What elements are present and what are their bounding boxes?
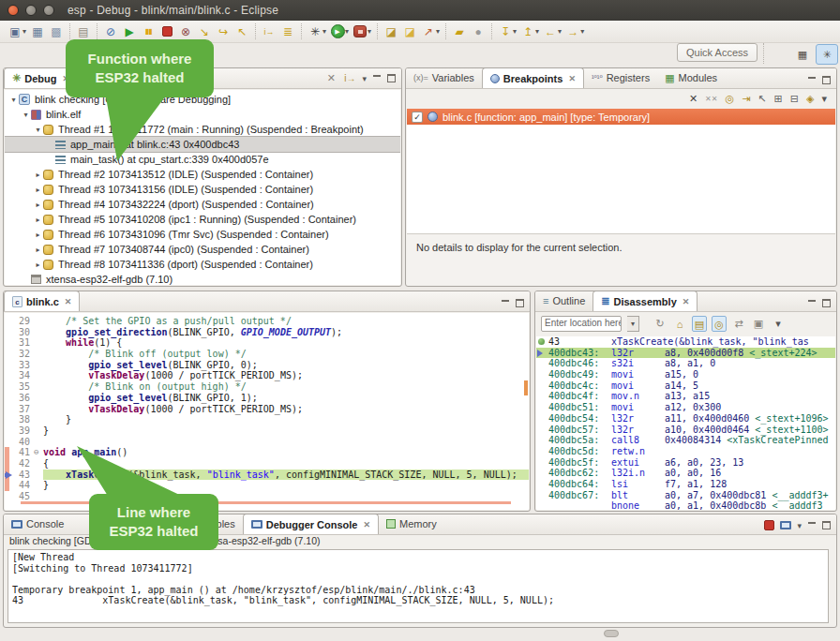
resume-button[interactable]: ▶	[120, 22, 139, 41]
close-icon[interactable]: ✕	[682, 297, 690, 306]
tree-expander-icon[interactable]: ▸	[33, 201, 43, 209]
minimize-icon[interactable]	[807, 300, 817, 307]
disassembly-listing[interactable]: 43xTaskCreate(&blink_task, "blink_tas400…	[536, 336, 835, 510]
tab-registers[interactable]: ¹⁰¹⁰Registers	[584, 67, 657, 88]
expand-all-icon[interactable]: ⊞	[774, 93, 783, 105]
maximize-icon[interactable]	[822, 299, 831, 307]
tree-expander-icon[interactable]: ▸	[33, 246, 43, 254]
debug-tree-row[interactable]: ▸Thread #2 1073413512 (IDLE) (Suspended …	[5, 167, 400, 182]
tab-breakpoints[interactable]: Breakpoints✕	[482, 67, 584, 88]
close-icon[interactable]: ✕	[568, 74, 576, 83]
collapse-all-icon[interactable]: ⊟	[790, 93, 799, 105]
breakpoint-checkbox[interactable]: ✓	[412, 112, 423, 123]
go-into-button[interactable]: ↥	[518, 22, 537, 41]
use-step-filters-button[interactable]: ≣	[278, 22, 297, 41]
format-button[interactable]: ▰	[450, 22, 469, 41]
step-return-button[interactable]: ↖	[232, 22, 251, 41]
minimize-icon[interactable]	[372, 75, 382, 82]
refresh-index-button[interactable]: ●	[469, 22, 488, 41]
tab-console[interactable]: Console	[4, 514, 71, 534]
launch-dropdown-icon[interactable]: ▾	[436, 27, 440, 36]
tree-expander-icon[interactable]: ▾	[21, 111, 31, 119]
open-new-view-icon[interactable]: ▣	[751, 318, 766, 330]
tab-modules[interactable]: ▦Modules	[657, 67, 725, 88]
suspend-button[interactable]: ▮▮	[139, 22, 158, 41]
debugger-console-output[interactable]: [New Thread [Switching to Thread 1073411…	[8, 549, 829, 623]
debug-tree-row[interactable]: ▸Thread #5 1073410208 (ipc1 : Running) (…	[5, 212, 400, 227]
tree-expander-icon[interactable]: ▸	[33, 171, 43, 179]
tree-expander-icon[interactable]: ▸	[33, 216, 43, 224]
debug-launch-tree[interactable]: ▾Cblink checking [GDB Hardware Debugging…	[5, 90, 400, 285]
run-dropdown-icon[interactable]: ▾	[345, 27, 349, 36]
maximize-icon[interactable]	[822, 521, 831, 529]
external-tools-dropdown-icon[interactable]: ▾	[368, 27, 371, 36]
skip-all-breakpoints-button[interactable]: ⊘	[101, 22, 120, 41]
terminate-icon[interactable]	[764, 520, 774, 530]
console-dropdown-icon[interactable]: ▾	[797, 521, 802, 530]
view-menu-icon[interactable]: ▾	[362, 74, 367, 83]
go-into-dropdown-icon[interactable]: ▾	[535, 27, 539, 36]
back-button[interactable]: ←	[541, 22, 560, 41]
tree-expander-icon[interactable]: ▸	[33, 231, 43, 239]
last-edit-location-dropdown-icon[interactable]: ▾	[513, 27, 517, 36]
tab-debugger-console[interactable]: Debugger Console✕	[243, 514, 379, 534]
launch-button[interactable]: ↗	[419, 22, 438, 41]
tree-expander-icon[interactable]: ▾	[8, 96, 19, 104]
remove-all-breakpoints-icon[interactable]: ✕✕	[705, 95, 717, 103]
tab-outline[interactable]: ≡Outline	[535, 291, 592, 311]
view-menu-icon[interactable]: ▾	[821, 93, 827, 105]
debug-tree-row[interactable]: ▸Thread #3 1073413156 (IDLE) (Suspended …	[5, 182, 400, 197]
remove-all-terminated-icon[interactable]: ✕	[324, 72, 338, 84]
close-icon[interactable]: ✕	[65, 297, 72, 306]
step-over-button[interactable]: ↪	[214, 22, 232, 41]
tree-expander-icon[interactable]: ▾	[33, 126, 43, 134]
disconnect-button[interactable]: ⊗	[176, 22, 195, 41]
last-edit-location-button[interactable]: ↧	[496, 22, 515, 41]
code-editor[interactable]: 29 /* Set the GPIO as a push/pull output…	[5, 313, 529, 510]
location-dropdown-icon[interactable]: ▾	[627, 316, 639, 332]
run-button[interactable]: ▶	[328, 22, 347, 41]
debug-tree-row[interactable]: ▸Thread #8 1073411336 (dport) (Suspended…	[5, 257, 400, 272]
back-dropdown-icon[interactable]: ▾	[558, 27, 562, 36]
debug-tree-row[interactable]: ▾Thread #1 1073411772 (main : Running) (…	[5, 122, 400, 137]
new-wizard-button[interactable]: ▣	[6, 22, 24, 41]
debug-dropdown-icon[interactable]: ▾	[322, 27, 326, 36]
maximize-icon[interactable]	[516, 299, 524, 307]
window-close-button[interactable]	[8, 5, 19, 16]
forward-dropdown-icon[interactable]: ▾	[580, 27, 584, 36]
minimize-icon[interactable]	[501, 300, 510, 307]
tree-expander-icon[interactable]: ▸	[33, 261, 43, 269]
breakpoint-row[interactable]: ✓ blink.c [function: app_main] [type: Te…	[407, 109, 835, 125]
stack-frame-row-selected[interactable]: app_main() at blink.c:43 0x400dbc43	[5, 137, 400, 152]
debug-tree-row[interactable]: ▾blink.elf	[5, 107, 400, 122]
refresh-icon[interactable]: ↻	[652, 318, 668, 330]
debug-tree-row[interactable]: ▸Thread #6 1073431096 (Tmr Svc) (Suspend…	[5, 227, 400, 242]
new-wizard-dropdown-icon[interactable]: ▾	[22, 27, 26, 36]
tab-blink-c[interactable]: c blink.c ✕	[4, 291, 80, 311]
remove-breakpoint-icon[interactable]: ✕	[689, 93, 698, 105]
tab-disassembly[interactable]: ≣Disassembly✕	[592, 291, 698, 311]
minimize-icon[interactable]	[807, 77, 817, 84]
open-folder-button[interactable]: ◪	[400, 22, 419, 41]
track-expression-icon[interactable]: ◎	[712, 316, 727, 332]
location-input[interactable]: Enter location here	[541, 316, 622, 332]
tree-expander-icon[interactable]: ▸	[33, 186, 43, 194]
breakpoints-list[interactable]: ✓ blink.c [function: app_main] [type: Te…	[407, 109, 835, 233]
horizontal-scrollbar-thumb[interactable]	[604, 630, 619, 637]
save-button[interactable]: ▦	[28, 22, 47, 41]
instruction-stepping-icon[interactable]: i→	[343, 73, 356, 83]
tab-variables[interactable]: (x)=Variables	[406, 67, 482, 88]
save-all-button[interactable]: ▩	[47, 22, 66, 41]
debug-tree-row[interactable]: xtensa-esp32-elf-gdb (7.10)	[5, 272, 400, 285]
minimize-icon[interactable]	[807, 522, 817, 529]
open-perspective-button[interactable]: ▦	[791, 44, 814, 65]
link-with-debug-view-icon[interactable]: ◈	[806, 93, 814, 105]
debug-tree-row[interactable]: ▸Thread #4 1073432224 (dport) (Suspended…	[5, 197, 400, 212]
forward-button[interactable]: →	[563, 22, 582, 41]
maximize-icon[interactable]	[387, 74, 396, 82]
window-maximize-button[interactable]	[43, 5, 54, 16]
sync-active-context-icon[interactable]: ⇄	[731, 318, 746, 330]
step-into-button[interactable]: ↘	[195, 22, 214, 41]
debug-tree-row[interactable]: main_task() at cpu_start.c:339 0x400d057…	[5, 152, 400, 167]
close-icon[interactable]: ✕	[364, 520, 371, 529]
